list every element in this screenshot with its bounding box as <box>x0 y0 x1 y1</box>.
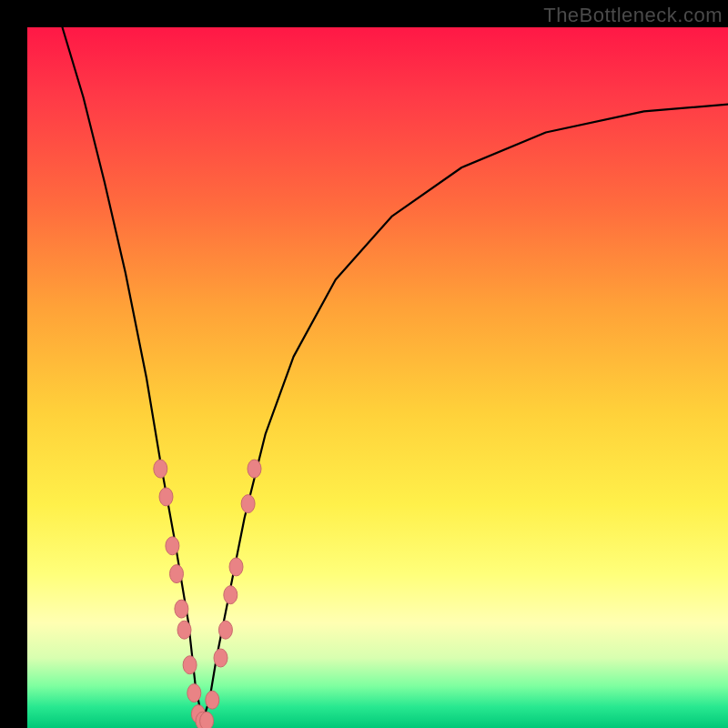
data-point <box>214 649 228 667</box>
data-point <box>206 691 219 709</box>
data-point <box>154 460 167 478</box>
bottleneck-curve <box>63 27 729 721</box>
data-point <box>177 621 191 639</box>
data-point <box>248 460 261 478</box>
data-point <box>218 621 232 639</box>
data-point <box>170 565 184 583</box>
data-point <box>159 488 173 506</box>
watermark-text: TheBottleneck.com <box>543 4 723 27</box>
data-point <box>200 712 214 728</box>
data-point <box>241 495 255 513</box>
data-point-markers <box>154 460 261 728</box>
data-point <box>183 656 197 674</box>
data-point <box>187 684 201 703</box>
data-point <box>166 537 179 555</box>
chart-overlay <box>27 27 728 728</box>
data-point <box>175 600 188 618</box>
data-point <box>224 586 238 604</box>
chart-frame: TheBottleneck.com <box>0 0 728 728</box>
data-point <box>229 558 243 576</box>
